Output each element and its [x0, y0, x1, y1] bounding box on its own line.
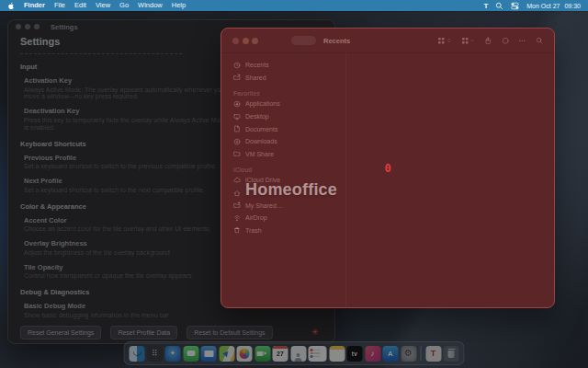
shared-folder-icon [233, 74, 241, 81]
dock-contacts-icon[interactable] [290, 346, 306, 362]
dock-tv-icon[interactable]: tv [347, 346, 363, 362]
dock-trash-icon[interactable] [444, 346, 459, 362]
apple-menu[interactable] [7, 2, 15, 10]
menu-bar-left: FinderFileEditViewGoWindowHelp [7, 0, 186, 11]
tag-icon[interactable] [502, 37, 510, 45]
spotlight-search-icon[interactable] [495, 2, 503, 10]
setting-description: Choose an accent color for the tile over… [24, 225, 231, 233]
menu-item-go[interactable]: Go [119, 0, 129, 11]
dock-facetime-icon[interactable] [254, 346, 270, 362]
sidebar-item-airdrop[interactable]: AirDrop [221, 212, 345, 224]
sidebar-item-shared[interactable]: Shared [221, 72, 345, 85]
desktop: FinderFileEditViewGoWindowHelp T Mon Oct… [0, 0, 588, 368]
reset-to-default-settings-button[interactable]: Reset to Default Settings [187, 326, 272, 339]
sidebar-item-trash[interactable]: Trash [221, 224, 345, 237]
setting-description: Show basic debugging information in the … [24, 312, 231, 319]
airdrop-icon [233, 214, 241, 222]
menu-item-window[interactable]: Window [138, 0, 163, 11]
menu-item-view[interactable]: View [96, 0, 110, 11]
close-button[interactable] [16, 24, 21, 29]
clock-icon [233, 62, 241, 69]
zoom-button[interactable] [252, 38, 258, 44]
search-icon[interactable] [536, 37, 544, 45]
shared-folder-icon [233, 201, 241, 209]
back-forward-control[interactable] [291, 36, 316, 45]
home-icon [233, 190, 241, 197]
sidebar-group-header: Favorites [221, 89, 345, 98]
sidebar-item-recents[interactable]: Recents [221, 59, 345, 72]
menu-item-finder[interactable]: Finder [24, 0, 45, 11]
updown-icon [447, 38, 452, 43]
dock-tiling-app-icon[interactable]: T [425, 346, 441, 362]
dock-messages-icon[interactable] [183, 346, 198, 362]
setting-description: Control how transparent or opaque the ti… [24, 272, 231, 280]
sidebar-item-label: Documents [245, 126, 277, 132]
settings-footer: Reset General SettingsReset Profile Data… [20, 326, 273, 339]
grid-icon [437, 37, 446, 45]
folder-icon [233, 150, 241, 157]
minimize-button[interactable] [25, 24, 30, 29]
setting-description: Set a keyboard shortcut to switch to the… [24, 163, 231, 170]
sidebar-item-applications[interactable]: Applications [221, 98, 345, 110]
grid-icon [461, 37, 469, 45]
more-icon[interactable] [518, 37, 526, 45]
finder-traffic-lights [232, 38, 258, 44]
dock-music-icon[interactable]: ♪ [365, 346, 380, 362]
sidebar-item-downloads[interactable]: Downloads [221, 135, 345, 148]
dock-calendar-icon[interactable]: 27 [273, 346, 288, 362]
group-icon[interactable] [461, 37, 476, 45]
sidebar-item-label: My Shared… [245, 202, 283, 209]
minimize-button[interactable] [243, 38, 249, 44]
sidebar-item-label: Recents [245, 62, 269, 68]
sidebar-item-label: AirDrop [245, 214, 267, 221]
desktop-icon [233, 113, 241, 121]
dock-launchpad-icon[interactable]: ⠿ [147, 346, 163, 362]
sidebar-item-label: Shared [245, 75, 266, 81]
dock-finder-icon[interactable] [130, 346, 145, 362]
dock-reminders-icon[interactable] [309, 346, 327, 362]
menu-item-edit[interactable]: Edit [74, 0, 86, 11]
search-icon [536, 37, 544, 45]
dock-notes-icon[interactable] [329, 346, 345, 362]
dock-settings-icon[interactable]: ⚙ [401, 346, 416, 362]
sidebar-item-documents[interactable]: Documents [221, 122, 345, 135]
sidebar-group-header: iCloud [221, 166, 345, 174]
close-button[interactable] [232, 38, 239, 44]
menu-bar-clock[interactable]: Mon Oct 27 09:30 [526, 3, 581, 9]
app-logo-icon: ✳ [311, 328, 319, 337]
control-center-icon[interactable] [511, 2, 519, 10]
tile-key-hint: 0 [384, 162, 390, 175]
setting-description: Adjust the brightness of the tile overla… [24, 249, 231, 257]
dock-maps-icon[interactable] [219, 346, 234, 362]
dock-mail-icon[interactable] [201, 346, 217, 362]
menu-items: FinderFileEditViewGoWindowHelp [24, 0, 186, 11]
menu-item-file[interactable]: File [54, 0, 65, 11]
profile-name-label: Homeoffice [245, 180, 337, 200]
sidebar-item-desktop[interactable]: Desktop [221, 110, 345, 123]
dock-appstore-icon[interactable]: A [383, 346, 399, 362]
tag-icon [502, 37, 510, 45]
view-options-icon[interactable] [437, 37, 452, 45]
finder-titlebar: Recents [221, 29, 554, 53]
cloud-icon [233, 177, 241, 184]
reset-profile-data-button[interactable]: Reset Profile Data [110, 326, 177, 339]
sidebar-item-vm-share[interactable]: VM Share [221, 148, 345, 161]
dock-safari-icon[interactable]: ✦ [165, 346, 181, 362]
finder-toolbar [437, 37, 543, 45]
share-icon[interactable] [484, 37, 492, 45]
menu-item-help[interactable]: Help [172, 0, 186, 11]
tiling-app-menu-icon[interactable]: T [483, 2, 488, 10]
dock: ⠿✦27tv♪A⚙T [124, 341, 465, 365]
menu-bar: FinderFileEditViewGoWindowHelp T Mon Oct… [0, 0, 588, 11]
sidebar-item-label: VM Share [245, 151, 274, 157]
applications-icon [233, 100, 241, 108]
more-icon [518, 37, 526, 45]
document-icon [233, 125, 241, 132]
download-icon [233, 138, 241, 145]
finder-window-title: Recents [323, 37, 350, 45]
dock-photos-icon[interactable] [237, 346, 253, 362]
sidebar-item-my-shared-[interactable]: My Shared… [221, 199, 345, 212]
reset-general-settings-button[interactable]: Reset General Settings [20, 326, 101, 339]
sidebar-item-label: Desktop [245, 113, 269, 120]
zoom-button[interactable] [34, 24, 40, 29]
